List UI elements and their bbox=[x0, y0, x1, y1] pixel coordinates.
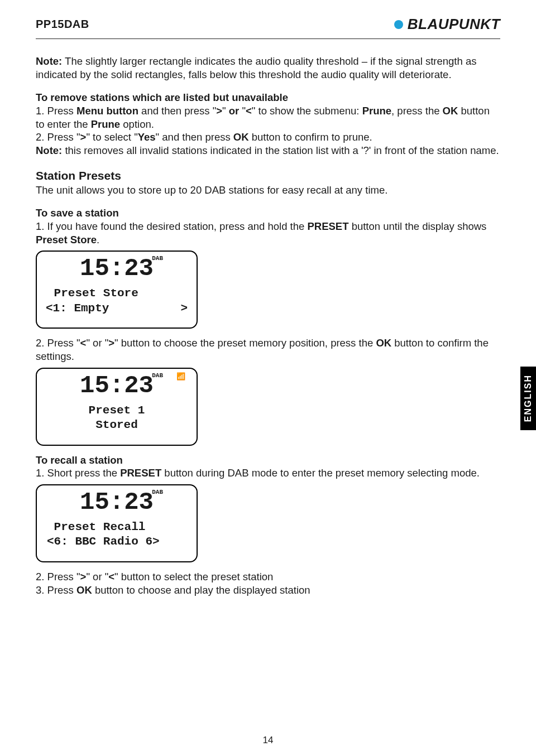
t: 2. Press " bbox=[36, 337, 80, 349]
lcd-line1: Preset Recall bbox=[47, 520, 189, 535]
lcd-clock: 15:23 bbox=[45, 256, 189, 281]
recall-steps-23: 2. Press ">" or "<" button to select the… bbox=[36, 570, 500, 596]
save-station-block: To save a station 1. If you have found t… bbox=[36, 206, 500, 246]
lcd-dab-tag: DAB bbox=[152, 255, 163, 262]
t: . bbox=[97, 234, 99, 245]
lcd-dab-tag: DAB bbox=[152, 372, 163, 379]
lt-key: < bbox=[246, 105, 252, 117]
t: " or " bbox=[86, 571, 108, 582]
recall-station-title: To recall a station bbox=[36, 454, 123, 466]
t: button during DAB mode to enter the pres… bbox=[161, 467, 480, 479]
lcd-line2: <1: Empty > bbox=[45, 301, 189, 316]
preset-ref: PRESET bbox=[307, 220, 348, 232]
remove-stations-block: To remove stations which are listed but … bbox=[36, 91, 500, 157]
ok-ref: OK bbox=[76, 584, 92, 596]
t: and then press " bbox=[138, 105, 216, 117]
save-station-title: To save a station bbox=[36, 207, 119, 219]
lcd-dab-tag: DAB bbox=[152, 489, 163, 495]
gt-key: > bbox=[80, 131, 87, 143]
remove-stations-title: To remove stations which are listed but … bbox=[36, 92, 288, 103]
t: " bbox=[239, 105, 246, 117]
lcd-line2: <6: BBC Radio 6> bbox=[47, 535, 189, 549]
model-code: PP15DAB bbox=[36, 18, 89, 31]
t: " to show the submenu: bbox=[252, 105, 362, 117]
lcd-line1: Preset Store bbox=[47, 286, 189, 301]
note-label: Note: bbox=[36, 55, 62, 67]
station-presets-title: Station Presets bbox=[36, 169, 121, 182]
t: 2. Press " bbox=[36, 571, 80, 582]
t: button until the display shows bbox=[349, 220, 487, 232]
t: 1. If you have found the desired station… bbox=[36, 220, 307, 232]
t: The unit allows you to store up to 20 DA… bbox=[36, 184, 387, 196]
note-audio-quality: Note: The slightly larger rectangle indi… bbox=[36, 55, 500, 81]
menu-button-ref: Menu button bbox=[76, 105, 138, 117]
ok-ref: OK bbox=[233, 131, 249, 143]
t: " bbox=[222, 105, 229, 117]
signal-icon: 📶 bbox=[176, 372, 185, 381]
ok-ref: OK bbox=[443, 105, 458, 117]
preset-store-ref: Preset Store bbox=[36, 234, 97, 245]
lcd-clock: 15:23 bbox=[45, 373, 189, 398]
lcd-line2-left: <1: Empty bbox=[46, 301, 109, 316]
lcd-clock: 15:23 bbox=[45, 490, 189, 514]
gt-key: > bbox=[80, 571, 87, 582]
t: button to choose and play the displayed … bbox=[92, 584, 310, 596]
t: or bbox=[229, 105, 240, 117]
note-label: Note: bbox=[36, 145, 62, 156]
language-label: ENGLISH bbox=[523, 374, 533, 422]
brand-dot-icon bbox=[394, 20, 403, 29]
t: button to confirm to prune. bbox=[249, 131, 372, 143]
gt-key: > bbox=[216, 105, 222, 117]
gt-key: > bbox=[108, 337, 114, 349]
station-presets-block: Station Presets The unit allows you to s… bbox=[36, 168, 500, 197]
brand-name: BLAUPUNKT bbox=[408, 16, 500, 33]
ok-ref: OK bbox=[376, 337, 391, 349]
t: 1. Press bbox=[36, 105, 76, 117]
recall-station-block: To recall a station 1. Short press the P… bbox=[36, 454, 500, 480]
lcd-preset-recall: DAB 15:23 Preset Recall <6: BBC Radio 6> bbox=[36, 484, 198, 562]
lt-key: < bbox=[108, 571, 114, 582]
t: 1. Short press the bbox=[36, 467, 120, 479]
t: " button to select the preset station bbox=[114, 571, 273, 582]
prune-ref: Prune bbox=[91, 118, 120, 130]
lcd-preset-stored: DAB 📶 15:23 Preset 1 Stored bbox=[36, 368, 198, 446]
preset-ref: PRESET bbox=[120, 467, 161, 479]
prune-ref: Prune bbox=[362, 105, 391, 117]
save-step2: 2. Press "<" or ">" button to choose the… bbox=[36, 336, 500, 363]
lcd-line2-right: > bbox=[180, 301, 188, 316]
t: " to select " bbox=[86, 131, 137, 143]
lcd-line2: Stored bbox=[45, 418, 189, 432]
t: " or " bbox=[86, 337, 108, 349]
language-tab: ENGLISH bbox=[520, 367, 536, 430]
yes-ref: Yes bbox=[138, 131, 156, 143]
lcd-preset-store: DAB 15:23 Preset Store <1: Empty > bbox=[36, 251, 198, 329]
page-header: PP15DAB BLAUPUNKT bbox=[36, 16, 500, 39]
t: , press the bbox=[391, 105, 443, 117]
note-text: The slightly larger rectangle indicates … bbox=[36, 55, 476, 80]
t: option. bbox=[120, 118, 154, 130]
t: " and then press bbox=[156, 131, 233, 143]
page-number: 14 bbox=[0, 735, 536, 746]
t: " button to choose the preset memory pos… bbox=[114, 337, 376, 349]
lcd-line1: Preset 1 bbox=[45, 403, 189, 418]
t: this removes all invalid stations indica… bbox=[62, 145, 499, 156]
t: 2. Press " bbox=[36, 131, 80, 143]
t: 3. Press bbox=[36, 584, 76, 596]
lt-key: < bbox=[80, 337, 87, 349]
brand-logo: BLAUPUNKT bbox=[394, 16, 500, 33]
